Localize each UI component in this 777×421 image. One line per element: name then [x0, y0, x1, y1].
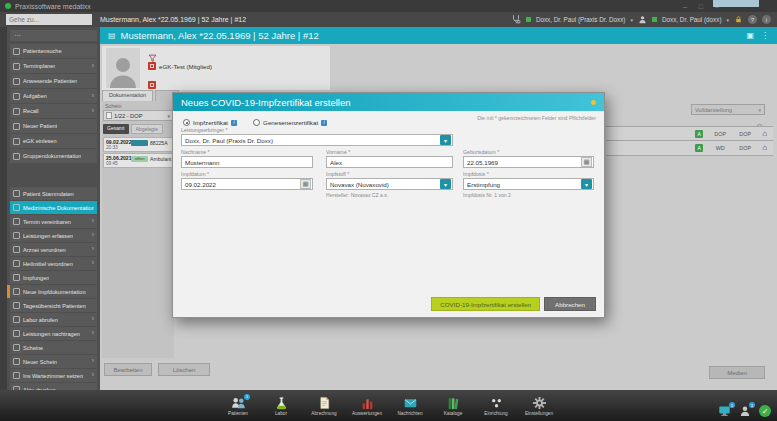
view-mode-dropdown[interactable]: Volldarstellung ▾ [691, 104, 765, 115]
dropdown-button[interactable]: ▾ [581, 179, 592, 189]
info-icon[interactable]: i [321, 120, 327, 126]
session-user-icon[interactable]: 1 [739, 405, 751, 417]
entry-label: Ambulant [150, 156, 172, 162]
chevron-right-icon: › [92, 372, 94, 379]
sidebar-item-tages-bersicht-patienten[interactable]: Tagesübersicht Patienten [10, 299, 97, 312]
sidebar-item-termin-vereinbaren[interactable]: Termin vereinbaren› [10, 215, 97, 228]
calendar-icon[interactable]: ▦ [300, 179, 311, 189]
sidebar-item-medizinische-dokumentation[interactable]: Medizinische Dokumentation [10, 201, 97, 214]
field-label: Vorname * [326, 149, 453, 155]
calendar-icon[interactable]: ▦ [581, 157, 592, 167]
loeschen-button[interactable]: Löschen [158, 363, 210, 376]
nachname-input[interactable]: Mustermann [181, 156, 313, 168]
sidebar-item-patientensuche[interactable]: Patientensuche [10, 44, 97, 58]
dropdown-button[interactable]: ▾ [440, 179, 451, 189]
medication-icon [13, 246, 20, 253]
abbrechen-button[interactable]: Abbrechen [544, 297, 596, 311]
new-patient-icon [13, 123, 20, 130]
waiting-room-icon [13, 372, 20, 379]
covid-certificate-dialog: Neues COVID-19-Impfzertifikat erstellen … [172, 92, 605, 318]
sidebar-item-labor-abrufen[interactable]: Labor abrufen› [10, 313, 97, 326]
dock-item-einstellungen[interactable]: Einstellungen [522, 396, 556, 416]
sidebar-item-patient-stammdaten[interactable]: Patient Stammdaten [10, 187, 97, 200]
sidebar-item-aufgaben[interactable]: Aufgaben› [10, 89, 97, 103]
more-options-icon[interactable]: ⋮ [761, 31, 769, 40]
titlebar-highlight [713, 0, 759, 7]
radio-impfzertifikat[interactable]: Impfzertifikat i [183, 119, 237, 126]
stethoscope-icon [511, 14, 521, 25]
chevron-right-icon: › [92, 93, 94, 100]
vorname-input[interactable]: Alex [326, 156, 453, 168]
medien-button[interactable]: Medien [709, 366, 765, 379]
sidebar-item-leistungen-erfassen[interactable]: Leistungen erfassen› [10, 229, 97, 242]
impfstoff-select[interactable]: Novavax (Nuvaxovid) ▾ [326, 178, 453, 190]
lock-icon[interactable] [734, 15, 743, 25]
documentation-row[interactable]: A WD DOP ⌂ [606, 141, 773, 156]
praxis-selector[interactable]: Doxx, Dr. Paul (Praxis Dr. Doxx) [536, 16, 626, 23]
dropdown-button[interactable]: ▾ [440, 135, 451, 145]
tab-dokumentation[interactable]: Dokumentation [102, 90, 153, 101]
sidebar-item-leistungen-nachtragen[interactable]: Leistungen nachtragen› [10, 327, 97, 340]
sidebar-item-arznei-verordnen[interactable]: Arznei verordnen› [10, 243, 97, 256]
sidebar-item-neue-impfdokumentation[interactable]: Neue Impfdokumentation [10, 285, 97, 298]
chevron-down-icon: ▾ [167, 113, 170, 119]
schein-selector[interactable]: 1/22 - DOP ▾ [103, 110, 173, 121]
sidebar-item-anwesende-patienten[interactable]: Anwesende Patienten [10, 74, 97, 88]
dock-item-label: Auswertungen [352, 411, 382, 416]
sidebar-item-recall[interactable]: Recall› [10, 104, 97, 118]
sidebar-item-label: Arznei verordnen [23, 247, 66, 253]
filter-abgelegte-button[interactable]: Abgelegte [131, 124, 164, 134]
goto-input[interactable] [6, 14, 92, 25]
sidebar-item-egk-einlesen[interactable]: eGK einlesen [10, 134, 97, 148]
egk-status-icon [148, 62, 156, 70]
sidebar-item-neuer-patient[interactable]: Neuer Patient [10, 119, 97, 133]
dock-item-einrichtung[interactable]: Einrichtung [479, 396, 513, 416]
sidebar-item-label: Neuer Patient [23, 123, 57, 129]
impfdosis-hint: Impfdosis Nr. 1 von 2 [463, 192, 594, 198]
dock-item-auswertungen[interactable]: Auswertungen [350, 396, 384, 416]
geburtsdatum-input[interactable]: 22.05.1969 ▦ [463, 156, 594, 168]
leistungserbringer-select[interactable]: Doxx, Dr. Paul (Praxis Dr. Doxx) ▾ [181, 134, 453, 146]
dock-item-kataloge[interactable]: Kataloge [436, 396, 470, 416]
documentation-row[interactable]: A DOP DOP ⌂ [606, 126, 773, 141]
impfdatum-input[interactable]: 09.02.2022 ▦ [181, 178, 313, 190]
status-ok-icon[interactable]: ✓ [759, 405, 771, 417]
calendar-icon [13, 63, 20, 70]
help-icon[interactable]: ? [748, 15, 757, 24]
schein-icon [13, 344, 20, 351]
sidebar-item-terminplaner[interactable]: Terminplaner› [10, 59, 97, 73]
lab-fetch-icon [13, 316, 20, 323]
dock-item-nachrichten[interactable]: Nachrichten [393, 396, 427, 416]
timeline-entry[interactable]: 09.02.2022 20:33 88225A [103, 137, 173, 152]
sidebar-item-scheine[interactable]: Scheine [10, 341, 97, 354]
user-selector[interactable]: Doxx, Dr. Paul (doxx) [662, 16, 722, 23]
filter-gesamt-button[interactable]: Gesamt [103, 124, 129, 134]
dock-item-labor[interactable]: Labor [264, 396, 298, 416]
entry-type-badge: A [695, 130, 703, 138]
impfdosis-select[interactable]: Erstimpfung ▾ [463, 178, 594, 190]
sidebar-item-impfungen[interactable]: Impfungen [10, 271, 97, 284]
info-icon[interactable]: i [231, 120, 237, 126]
info-icon[interactable]: i [762, 15, 771, 24]
timeline-entry[interactable]: 25.06.2021 09:45 offen Ambulant [103, 153, 173, 168]
lab-icon [274, 396, 289, 410]
content-tabs: Dokumentation [102, 90, 179, 101]
sidebar-item-neuer-schein[interactable]: Neuer Schein› [10, 355, 97, 368]
entry-status-chip [131, 140, 148, 146]
sidebar-item-heilmittel-verordnen[interactable]: Heilmittel verordnen› [10, 257, 97, 270]
dialog-titlebar[interactable]: Neues COVID-19-Impfzertifikat erstellen [173, 93, 604, 111]
sidebar-menu-button[interactable]: ⋯ [10, 30, 97, 41]
workstation-icon[interactable]: 1 [718, 405, 731, 417]
panel-icon[interactable]: ▣ [746, 31, 754, 40]
sidebar-item-ins-wartezimmer-setzen[interactable]: Ins Wartezimmer setzen› [10, 369, 97, 382]
home-visit-icon: ⌂ [762, 144, 767, 152]
dock-item-abrechnung[interactable]: Abrechnung [307, 396, 341, 416]
sidebar-item-gruppendokumentation[interactable]: Gruppendokumentation [10, 149, 97, 163]
required-fields-hint: Die mit * gekennzeichneten Felder sind P… [477, 115, 596, 121]
bearbeiten-button[interactable]: Bearbeiten [104, 363, 152, 376]
app-window: Praxissoftware medatixx – □ × Mustermann… [0, 0, 777, 421]
field-label: Impfstoff * [326, 171, 453, 177]
dock-item-patienten[interactable]: 1Patienten [221, 396, 255, 416]
create-certificate-button[interactable]: COVID-19-Impfzertifikat erstellen [431, 297, 540, 311]
radio-genesenenzertifikat[interactable]: Genesenenzertifikat i [253, 119, 327, 126]
